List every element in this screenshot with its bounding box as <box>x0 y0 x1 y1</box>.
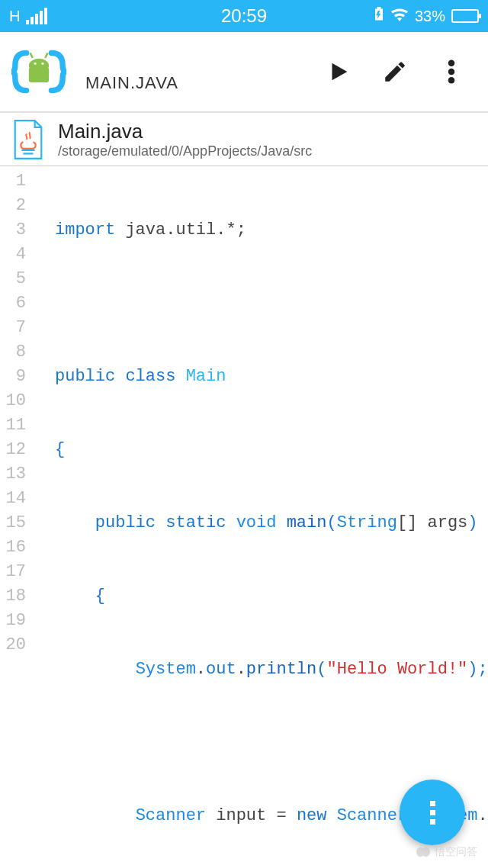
file-name: Main.java <box>58 120 312 143</box>
svg-point-8 <box>448 77 455 83</box>
code-line: { <box>55 584 488 609</box>
edit-button[interactable] <box>377 53 413 90</box>
file-path: /storage/emulated/0/AppProjects/Java/src <box>58 143 312 159</box>
network-type: H <box>9 8 20 25</box>
svg-point-6 <box>448 59 455 66</box>
file-header[interactable]: Main.java /storage/emulated/0/AppProject… <box>0 113 488 166</box>
run-button[interactable] <box>320 53 357 90</box>
svg-point-5 <box>41 63 43 65</box>
code-line: public static void main(String[] args) <box>55 511 488 535</box>
status-right: 33% <box>374 7 479 26</box>
svg-point-7 <box>448 69 455 76</box>
code-line: import java.util.*; <box>55 218 488 243</box>
code-editor[interactable]: 12345 678910 1112131415 1617181920 impor… <box>0 166 488 868</box>
svg-line-3 <box>45 53 47 58</box>
fab-more-button[interactable] <box>400 780 465 845</box>
java-file-icon <box>9 121 47 159</box>
clock: 20:59 <box>221 5 267 27</box>
svg-rect-1 <box>29 67 49 82</box>
svg-point-4 <box>34 63 36 65</box>
more-button[interactable] <box>433 53 470 90</box>
watermark: 悟空问答 <box>416 845 477 859</box>
app-logo[interactable] <box>6 39 72 104</box>
code-line: public class Main <box>55 365 488 389</box>
code-content[interactable]: import java.util.*; public class Main { … <box>32 169 488 868</box>
toolbar: MAIN.JAVA <box>0 32 488 113</box>
line-gutter: 12345 678910 1112131415 1617181920 <box>0 169 32 868</box>
code-line: { <box>55 438 488 462</box>
charging-icon <box>374 7 384 26</box>
wifi-icon <box>390 8 409 25</box>
status-bar: H 20:59 33% <box>0 0 488 32</box>
signal-icon <box>26 8 47 24</box>
svg-line-2 <box>30 53 33 58</box>
code-line: System.out.println("Hello World!"); <box>55 657 488 682</box>
more-vert-icon <box>430 801 435 825</box>
battery-pct: 33% <box>415 8 445 25</box>
battery-icon <box>451 9 479 23</box>
app-title: MAIN.JAVA <box>72 50 320 93</box>
status-left: H <box>9 8 47 25</box>
